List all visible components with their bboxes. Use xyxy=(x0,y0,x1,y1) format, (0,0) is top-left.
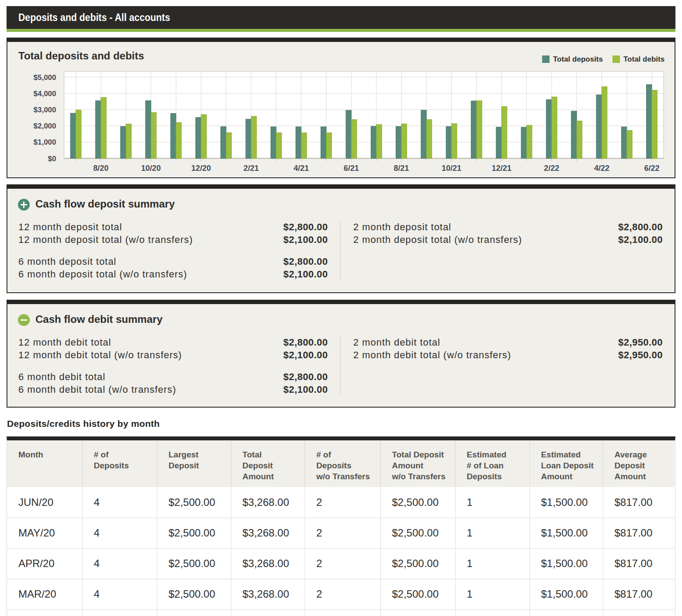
svg-text:6/22: 6/22 xyxy=(644,164,659,173)
svg-text:12/20: 12/20 xyxy=(191,164,211,173)
svg-text:12/21: 12/21 xyxy=(492,164,512,173)
svg-text:2/22: 2/22 xyxy=(544,164,559,173)
svg-text:$2,000: $2,000 xyxy=(34,122,56,130)
svg-text:$3,000: $3,000 xyxy=(34,106,56,114)
svg-text:4/21: 4/21 xyxy=(293,164,309,173)
svg-text:$1,000: $1,000 xyxy=(34,138,56,146)
svg-text:$4,000: $4,000 xyxy=(34,90,56,98)
svg-text:8/21: 8/21 xyxy=(394,164,409,173)
svg-text:10/21: 10/21 xyxy=(442,164,461,173)
svg-text:8/20: 8/20 xyxy=(93,164,108,173)
svg-text:10/20: 10/20 xyxy=(141,164,161,173)
svg-text:$5,000: $5,000 xyxy=(34,73,56,82)
svg-text:2/21: 2/21 xyxy=(244,164,259,173)
svg-text:$0: $0 xyxy=(48,155,56,163)
svg-text:6/21: 6/21 xyxy=(344,164,359,173)
svg-text:4/22: 4/22 xyxy=(594,164,609,173)
